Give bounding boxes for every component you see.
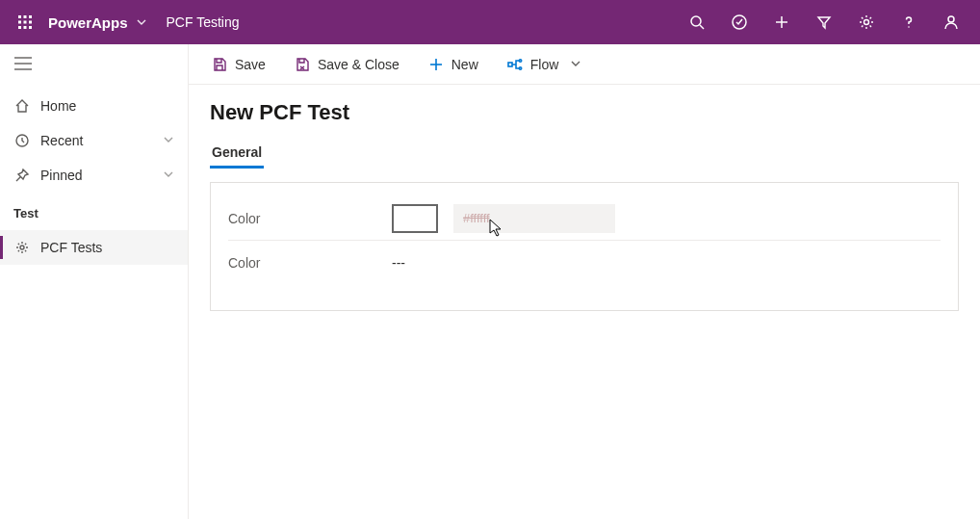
color-swatch[interactable] — [392, 204, 438, 233]
save-button[interactable]: Save — [202, 49, 275, 80]
gear-icon — [13, 240, 31, 255]
search-icon[interactable] — [676, 0, 718, 44]
brand[interactable]: PowerApps — [48, 14, 147, 31]
save-close-icon — [295, 57, 310, 72]
home-icon — [13, 98, 31, 114]
sidebar: Home Recent Pinned Test — [0, 44, 189, 519]
sidebar-item-label: PCF Tests — [40, 240, 102, 255]
svg-point-25 — [519, 59, 521, 61]
tab-general[interactable]: General — [210, 139, 264, 168]
field-color-text: Color --- — [228, 241, 941, 285]
svg-rect-4 — [24, 21, 27, 24]
account-icon[interactable] — [930, 0, 972, 44]
sidebar-item-label: Pinned — [40, 168, 83, 183]
task-icon[interactable] — [718, 0, 761, 44]
svg-point-16 — [948, 16, 954, 22]
svg-rect-3 — [18, 21, 21, 24]
sidebar-item-label: Recent — [40, 133, 83, 148]
settings-icon[interactable] — [845, 0, 888, 44]
sidebar-item-label: Home — [40, 98, 76, 114]
chevron-down-icon — [136, 14, 147, 31]
svg-point-21 — [20, 246, 24, 249]
new-button[interactable]: New — [419, 49, 488, 80]
sidebar-item-home[interactable]: Home — [0, 89, 188, 123]
svg-point-14 — [864, 20, 869, 25]
svg-rect-2 — [29, 15, 32, 18]
command-bar: Save Save & Close New Flow — [189, 44, 980, 85]
sidebar-item-pcf-tests[interactable]: PCF Tests — [0, 230, 188, 265]
svg-rect-6 — [18, 26, 21, 29]
tabs: General — [210, 139, 959, 169]
pin-icon — [13, 168, 31, 183]
page-title: New PCF Test — [210, 100, 959, 125]
field-value[interactable]: --- — [392, 255, 405, 271]
app-launcher-icon[interactable] — [8, 5, 42, 39]
chevron-down-icon — [163, 133, 174, 148]
plus-icon — [428, 57, 444, 72]
new-label: New — [451, 57, 478, 72]
brand-label: PowerApps — [48, 14, 128, 31]
chevron-down-icon — [163, 168, 174, 183]
field-label: Color — [228, 255, 392, 271]
sidebar-section-label: Test — [0, 193, 188, 230]
svg-point-15 — [908, 26, 910, 28]
svg-rect-5 — [29, 21, 32, 24]
save-icon — [212, 57, 227, 72]
flow-icon — [507, 57, 523, 72]
save-close-button[interactable]: Save & Close — [285, 49, 409, 80]
main: Save Save & Close New Flow — [189, 44, 980, 519]
svg-point-9 — [691, 16, 701, 26]
svg-rect-7 — [24, 26, 27, 29]
svg-line-10 — [700, 25, 704, 29]
chevron-down-icon — [570, 57, 581, 72]
form-card: Color Color --- — [210, 182, 959, 311]
field-label: Color — [228, 211, 392, 226]
svg-rect-24 — [508, 63, 512, 66]
top-icons — [676, 0, 972, 44]
help-icon[interactable] — [888, 0, 930, 44]
color-hex-input[interactable] — [453, 204, 615, 233]
flow-label: Flow — [530, 57, 559, 72]
sidebar-item-pinned[interactable]: Pinned — [0, 158, 188, 193]
flow-button[interactable]: Flow — [498, 49, 592, 80]
field-color-picker: Color — [228, 196, 941, 241]
svg-rect-0 — [18, 15, 21, 18]
hamburger-icon[interactable] — [12, 52, 35, 75]
save-label: Save — [235, 57, 266, 72]
sidebar-item-recent[interactable]: Recent — [0, 123, 188, 158]
clock-icon — [13, 133, 31, 148]
content: New PCF Test General Color Color --- — [189, 85, 980, 326]
svg-rect-8 — [29, 26, 32, 29]
svg-point-26 — [519, 66, 521, 68]
svg-rect-1 — [24, 15, 27, 18]
app-title: PCF Testing — [167, 14, 240, 30]
save-close-label: Save & Close — [318, 57, 400, 72]
filter-icon[interactable] — [803, 0, 845, 44]
top-bar: PowerApps PCF Testing — [0, 0, 980, 44]
add-icon[interactable] — [761, 0, 803, 44]
